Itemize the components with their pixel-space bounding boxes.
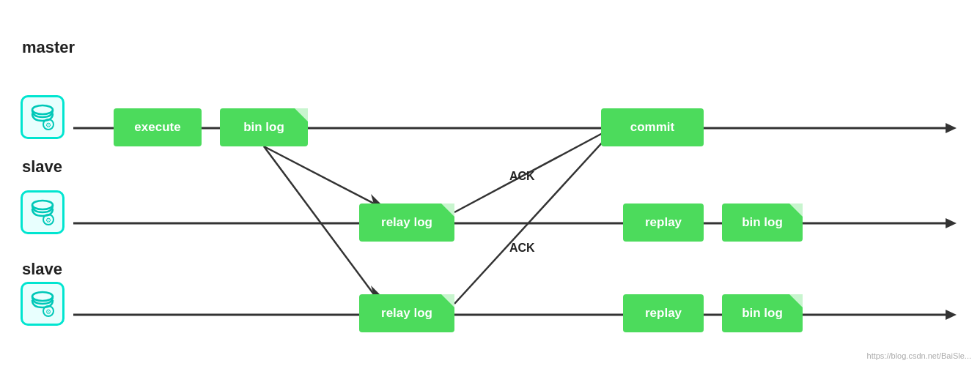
svg-line-8 [264,146,374,294]
diagram: master slave slave ⚙ ⚙ ⚙ ex [0,0,980,366]
master-execute-box: execute [114,108,202,146]
master-commit-box: commit [601,108,704,146]
svg-marker-3 [946,218,957,228]
arrows-svg [0,0,980,366]
slave1-binlog-box: bin log [722,203,803,242]
slave2-relaylog-box: relay log [359,294,454,332]
svg-point-20 [32,292,53,301]
ack1-label: ACK [509,170,535,183]
svg-marker-1 [946,123,957,133]
svg-point-17 [32,201,53,209]
master-db-icon: ⚙ [21,95,65,139]
svg-text:⚙: ⚙ [45,308,51,315]
slave1-relaylog-box: relay log [359,203,454,242]
svg-text:⚙: ⚙ [45,122,51,129]
svg-line-6 [264,146,374,203]
master-label: master [22,38,75,57]
slave1-label: slave [22,157,62,176]
svg-point-14 [32,105,53,114]
slave2-binlog-box: bin log [722,294,803,332]
slave1-db-icon: ⚙ [21,190,65,234]
svg-text:⚙: ⚙ [45,217,51,224]
slave2-db-icon: ⚙ [21,282,65,326]
slave1-replay-box: replay [623,203,704,242]
slave2-label: slave [22,260,62,279]
master-binlog-box: bin log [220,108,308,146]
watermark: https://blog.csdn.net/BaiSle... [867,351,971,360]
slave2-replay-box: replay [623,294,704,332]
svg-marker-5 [946,310,957,320]
ack2-label: ACK [509,242,535,255]
svg-line-12 [454,132,612,304]
